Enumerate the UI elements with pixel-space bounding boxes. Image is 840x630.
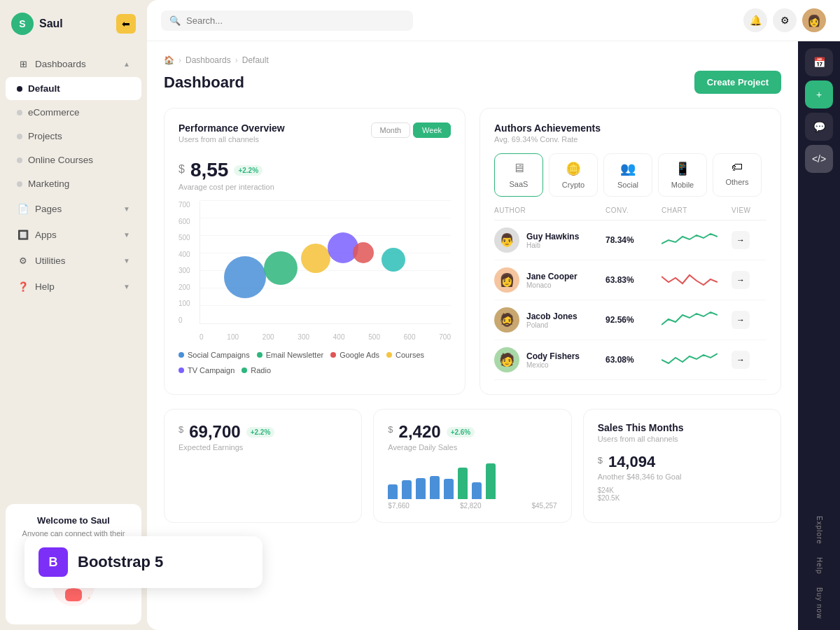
author-conv: 63.08% [606, 355, 662, 365]
logo-icon: S [11, 13, 34, 35]
stat-dollar: $ [388, 424, 393, 435]
stat-value: $ 2,420 +2.6% [388, 422, 556, 442]
help-label[interactable]: Help [816, 553, 823, 579]
calendar-button[interactable]: 📅 [805, 48, 833, 76]
sidebar-item-online-courses[interactable]: Online Courses [6, 148, 141, 172]
table-row: 🧑 Cody Fishers Mexico 63.08% → [494, 340, 766, 380]
bubble-chart: 7006005004003002001000 [178, 201, 451, 341]
sidebar-item-label: Pages [35, 204, 62, 214]
legend-dot-radio [241, 368, 247, 373]
avatar: 👩 [494, 267, 519, 293]
sidebar-item-default[interactable]: Default [6, 77, 141, 100]
apps-icon: 🔲 [17, 228, 29, 241]
sidebar-item-marketing[interactable]: Marketing [6, 172, 141, 195]
legend-courses: Courses [386, 351, 424, 359]
breadcrumb: 🏠 › Dashboards › Default [164, 55, 781, 65]
legend-google: Google Ads [330, 351, 379, 359]
table-row: 👩 Jane Cooper Monaco 63.83% → [494, 260, 766, 300]
sidebar-item-dashboards[interactable]: ⊞ Dashboards ▲ [6, 51, 141, 76]
sidebar-item-apps[interactable]: 🔲 Apps ▼ [6, 222, 141, 247]
sidebar: S Saul ⬅ ⊞ Dashboards ▲ Default eCommerc… [0, 0, 147, 630]
bubble-social [224, 256, 266, 298]
view-button[interactable]: → [732, 231, 750, 249]
tab-social[interactable]: 👥 Social [603, 153, 652, 197]
utilities-icon: ⚙ [17, 254, 29, 267]
legend-radio: Radio [241, 366, 271, 374]
home-icon[interactable]: 🏠 [164, 55, 174, 65]
pages-icon: 📄 [17, 202, 29, 215]
chart-area [200, 201, 451, 324]
tab-others[interactable]: 🏷 Others [713, 153, 762, 197]
search-input[interactable] [186, 15, 405, 26]
bar [402, 480, 412, 499]
authors-card: Authors Achievements Avg. 69.34% Conv. R… [479, 108, 781, 395]
user-avatar[interactable]: 👩 [802, 8, 826, 32]
back-button[interactable]: ⬅ [116, 14, 136, 34]
sidebar-item-label: Default [28, 83, 60, 94]
chevron-down-icon: ▼ [123, 205, 130, 213]
breadcrumb-sep: › [178, 55, 181, 65]
bubble-tv [353, 242, 374, 263]
author-location: Poland [526, 321, 578, 329]
chevron-up-icon: ▲ [123, 60, 130, 68]
tab-crypto[interactable]: 🪙 Crypto [549, 153, 598, 197]
tab-month[interactable]: Month [371, 122, 411, 138]
view-button[interactable]: → [732, 271, 750, 289]
legend-dot-tv [178, 368, 184, 373]
author-location: Monaco [526, 281, 578, 289]
sales-main-value: $ 14,094 [598, 453, 766, 471]
bar [430, 476, 440, 499]
author-location: Haiti [526, 241, 579, 249]
author-name: Guy Hawkins [526, 232, 579, 241]
search-box: 🔍 [161, 10, 413, 31]
add-button[interactable]: + [805, 80, 833, 108]
sparkline-chart [662, 230, 718, 251]
bubble-google [301, 244, 330, 273]
bar [416, 478, 426, 499]
sales-main-label: Another $48,346 to Goal [598, 472, 766, 481]
sidebar-item-help[interactable]: ❓ Help ▼ [6, 274, 141, 299]
tab-saas[interactable]: 🖥 SaaS [494, 153, 543, 197]
bar-chart [388, 457, 556, 499]
sidebar-item-ecommerce[interactable]: eCommerce [6, 101, 141, 124]
bubble-email [264, 251, 298, 285]
create-project-button[interactable]: Create Project [694, 71, 781, 94]
tab-mobile[interactable]: 📱 Mobile [658, 153, 707, 197]
view-button[interactable]: → [732, 311, 750, 329]
legend-email: Email Newsletter [257, 351, 324, 359]
code-button[interactable]: </> [805, 145, 833, 173]
chevron-down-icon: ▼ [123, 231, 130, 239]
topbar: 🔍 🔔 ⚙ 👩 [147, 0, 840, 41]
dot-icon [17, 110, 22, 115]
social-icon: 👥 [620, 161, 636, 176]
active-dot-icon [17, 86, 22, 92]
buy-now-label[interactable]: Buy now [816, 583, 823, 623]
dashboard-grid: Performance Overview Users from all chan… [164, 108, 781, 395]
settings-button[interactable]: ⚙ [773, 8, 797, 32]
stat-badge: +2.2% [246, 427, 275, 438]
metric-badge: +2.2% [234, 165, 262, 176]
footer-title: Welcome to Saul [17, 515, 130, 526]
view-button[interactable]: → [732, 351, 750, 369]
avatar: 🧑 [494, 347, 519, 372]
author-name: Cody Fishers [526, 351, 580, 361]
sidebar-item-pages[interactable]: 📄 Pages ▼ [6, 196, 141, 221]
metric-label: Avarage cost per interaction [178, 183, 451, 191]
chat-button[interactable]: 💬 [805, 113, 833, 141]
notifications-button[interactable]: 🔔 [743, 8, 767, 32]
explore-label[interactable]: Explore [816, 512, 823, 549]
author-name: Jacob Jones [526, 312, 578, 321]
sidebar-item-label: Help [35, 281, 55, 292]
breadcrumb-default[interactable]: Default [242, 55, 269, 65]
tab-week[interactable]: Week [413, 122, 451, 138]
sidebar-item-projects[interactable]: Projects [6, 125, 141, 148]
sidebar-item-utilities[interactable]: ⚙ Utilities ▼ [6, 248, 141, 273]
author-info: 🧑 Cody Fishers Mexico [494, 347, 606, 372]
bubble-radio [382, 248, 405, 272]
others-icon: 🏷 [732, 161, 743, 174]
chart-legend: Social Campaigns Email Newsletter Google… [178, 351, 451, 374]
author-info: 🧔 Jacob Jones Poland [494, 307, 606, 332]
authors-subtitle: Avg. 69.34% Conv. Rate [494, 135, 766, 144]
breadcrumb-dashboards[interactable]: Dashboards [186, 55, 231, 65]
sidebar-item-label: Apps [35, 230, 57, 240]
